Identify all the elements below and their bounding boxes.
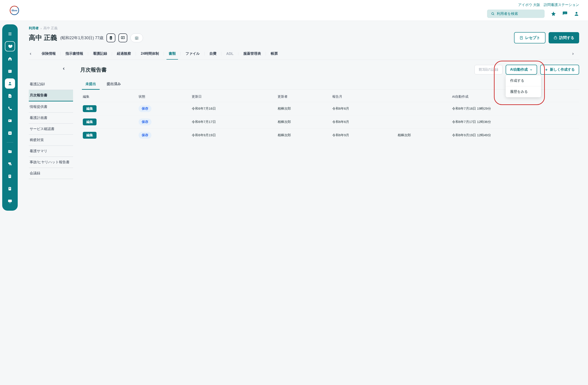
svg-point-14 — [9, 120, 10, 121]
cell-updater: 相棒次郎 — [275, 102, 329, 115]
svg-rect-10 — [9, 71, 10, 71]
svg-point-4 — [566, 13, 566, 13]
station-name[interactable]: アイボウ 大阪 訪問看護ステーション — [518, 3, 579, 7]
tab-item[interactable]: 看護記録 — [93, 48, 107, 60]
calendar-icon[interactable] — [5, 66, 15, 76]
table-header: 状態 — [136, 91, 189, 102]
cell-ai-user: 相棒次郎 — [395, 129, 449, 142]
table-header — [395, 91, 449, 102]
tab-item[interactable]: 自費 — [210, 48, 216, 60]
monitor-icon[interactable] — [5, 196, 15, 206]
building-pill[interactable]: 🏢 — [130, 33, 143, 42]
tab-item[interactable]: 経過観察 — [117, 48, 131, 60]
menu-icon[interactable] — [5, 29, 15, 39]
cell-month: 令和6年6月 — [330, 115, 395, 129]
message-icon[interactable] — [118, 33, 127, 42]
subnav-item[interactable]: サービス確認書 — [29, 124, 73, 135]
tab-item[interactable]: 帳票 — [271, 48, 278, 60]
cell-ai-date: 令和6年7月16日 19時29分 — [449, 102, 579, 115]
tab-item[interactable]: ファイル — [186, 48, 200, 60]
file-plus-icon[interactable] — [5, 91, 15, 101]
subnav-back[interactable] — [60, 65, 68, 73]
home-icon[interactable] — [5, 54, 15, 64]
phone-icon[interactable] — [5, 103, 15, 113]
search-input[interactable] — [487, 10, 545, 18]
tabs-scroll-left[interactable] — [29, 52, 37, 56]
subnav-item[interactable]: 看護計画書 — [29, 113, 73, 124]
list1-icon[interactable] — [5, 171, 15, 181]
cell-date: 令和6年7月17日 — [189, 115, 275, 129]
messages-icon[interactable] — [5, 159, 15, 169]
edit-button[interactable]: 編集 — [83, 105, 97, 112]
svg-point-2 — [564, 13, 564, 13]
status-badge: 保存 — [139, 105, 151, 112]
tab-item[interactable]: 服薬管理表 — [243, 48, 261, 60]
table-header: 更新者 — [275, 91, 329, 102]
badge-icon[interactable] — [106, 33, 115, 42]
id-card-icon[interactable] — [5, 116, 15, 126]
search-icon — [491, 12, 495, 16]
tabs-scroll-right[interactable] — [571, 52, 579, 56]
building-icon: 🏢 — [135, 36, 139, 40]
breadcrumb-current: 高中 正義 — [43, 26, 58, 30]
plus-square-icon[interactable] — [5, 128, 15, 138]
svg-line-1 — [493, 14, 494, 15]
status-badge: 保存 — [139, 118, 151, 125]
logo[interactable]: iBow — [9, 5, 20, 16]
svg-rect-11 — [10, 71, 10, 71]
dropdown-item-history[interactable]: 履歴をみる — [506, 86, 541, 97]
tab-item[interactable]: 24時間体制 — [141, 48, 159, 60]
breadcrumb-root[interactable]: 利用者 — [29, 26, 39, 30]
chevron-right-icon: › — [41, 26, 42, 30]
table-header: 更新日 — [189, 91, 275, 102]
svg-point-3 — [565, 13, 565, 13]
svg-point-0 — [492, 13, 494, 15]
subnav-item[interactable]: 会議録 — [29, 168, 73, 179]
subtabs: 未提出提出済み — [80, 79, 579, 90]
edit-button[interactable]: 編集 — [83, 118, 97, 125]
edit-button[interactable]: 編集 — [83, 132, 97, 139]
tab-item[interactable]: 指示書情報 — [65, 48, 83, 60]
visit-button[interactable]: 訪問する — [548, 32, 579, 44]
dropdown-item-create[interactable]: 作成する — [506, 75, 541, 86]
table-header: 編集 — [80, 91, 136, 102]
breadcrumb: 利用者 › 高中 正義 — [29, 26, 579, 30]
subnav-item[interactable]: 情報提供書 — [29, 101, 73, 113]
tab-item[interactable]: 保険情報 — [42, 48, 56, 60]
new-create-button[interactable]: 新しく作成する — [540, 65, 579, 75]
subnav: 看護記録Ⅰ月次報告書情報提供書看護計画書サービス確認書褥瘡対策看護サマリ事故/ヒ… — [29, 65, 73, 179]
star-icon[interactable] — [551, 11, 556, 16]
svg-rect-13 — [8, 119, 12, 122]
list2-icon[interactable] — [5, 184, 15, 194]
cell-ai-date: 令和6年9月19日 12時49分 — [449, 129, 579, 142]
heart-plus-icon[interactable] — [5, 41, 15, 51]
prev-3-button[interactable]: 前3回の記録 — [474, 65, 503, 74]
ai-auto-create-button[interactable]: AI自動作成 — [506, 65, 537, 75]
user-sidebar-icon[interactable] — [5, 78, 15, 89]
table-row: 編集保存令和6年7月17日相棒次郎令和6年6月令和6年7月17日 12時36分 — [80, 115, 579, 129]
cell-month: 令和6年6月 — [330, 102, 395, 115]
subtab-item[interactable]: 提出済み — [101, 79, 126, 90]
svg-point-5 — [576, 12, 577, 14]
subnav-item[interactable]: 看護記録Ⅰ — [29, 79, 73, 90]
cell-ai-user — [395, 115, 449, 129]
sidebar — [0, 21, 20, 214]
user-icon[interactable] — [574, 11, 579, 16]
folder-user-icon[interactable] — [5, 146, 15, 157]
cell-updater: 相棒次郎 — [275, 129, 329, 142]
chat-icon[interactable] — [562, 11, 568, 16]
svg-point-26 — [111, 37, 111, 38]
subnav-item[interactable]: 月次報告書 — [29, 90, 73, 101]
subnav-item[interactable]: 褥瘡対策 — [29, 135, 73, 146]
receipt-button[interactable]: レセプト — [514, 32, 546, 44]
cell-date: 令和6年9月19日 — [189, 129, 275, 142]
subnav-item[interactable]: 看護サマリ — [29, 146, 73, 157]
tab-item[interactable]: 書類 — [169, 48, 176, 60]
table-row: 編集保存令和6年9月19日相棒次郎令和6年9月相棒次郎令和6年9月19日 12時… — [80, 129, 579, 142]
tab-item[interactable]: ADL — [226, 48, 233, 59]
cell-date: 令和6年7月16日 — [189, 102, 275, 115]
patient-name: 高中 正義 — [29, 33, 57, 42]
cell-ai-user — [395, 102, 449, 115]
subnav-item[interactable]: 事故/ヒヤリハット報告書 — [29, 157, 73, 168]
subtab-item[interactable]: 未提出 — [80, 79, 101, 90]
